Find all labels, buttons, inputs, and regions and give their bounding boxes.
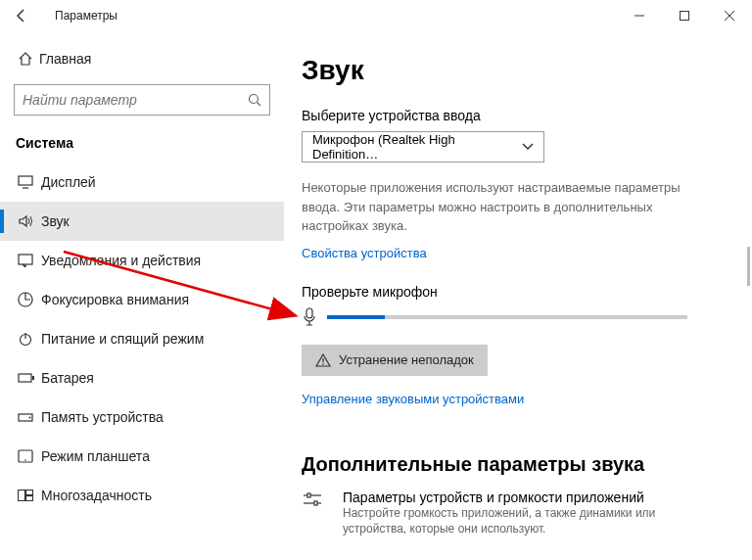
svg-rect-18 bbox=[306, 308, 312, 318]
multitasking-icon bbox=[18, 486, 41, 505]
input-description: Некоторые приложения используют настраив… bbox=[302, 178, 703, 236]
input-device-select[interactable]: Микрофон (Realtek High Definition… bbox=[302, 131, 544, 163]
nav-label: Дисплей bbox=[41, 174, 96, 190]
power-icon bbox=[18, 329, 41, 349]
search-icon bbox=[248, 93, 261, 107]
svg-rect-24 bbox=[314, 501, 317, 505]
nav-label: Фокусировка внимания bbox=[41, 292, 189, 307]
close-button[interactable] bbox=[707, 0, 752, 31]
microphone-icon bbox=[302, 307, 327, 327]
home-button[interactable]: Главная bbox=[0, 41, 284, 76]
nav-notifications[interactable]: Уведомления и действия bbox=[0, 241, 284, 280]
mic-level-row bbox=[302, 307, 717, 327]
nav-label: Питание и спящий режим bbox=[41, 331, 204, 347]
display-icon bbox=[18, 172, 41, 192]
svg-rect-22 bbox=[307, 493, 310, 497]
svg-point-2 bbox=[250, 95, 258, 104]
storage-icon bbox=[18, 407, 41, 427]
app-volume-row[interactable]: Параметры устройств и громкости приложен… bbox=[302, 490, 717, 538]
tablet-icon bbox=[18, 446, 41, 466]
page-title: Звук bbox=[302, 55, 717, 86]
troubleshoot-label: Устранение неполадок bbox=[339, 352, 474, 367]
nav-label: Память устройства bbox=[41, 409, 164, 425]
nav-multitasking[interactable]: Многозадачность bbox=[0, 476, 284, 515]
nav-label: Многозадачность bbox=[41, 488, 152, 503]
nav-label: Режим планшета bbox=[41, 448, 150, 464]
svg-line-3 bbox=[258, 103, 261, 107]
notifications-icon bbox=[18, 251, 41, 270]
nav-display[interactable]: Дисплей bbox=[0, 163, 284, 202]
troubleshoot-button[interactable]: Устранение неполадок bbox=[302, 345, 488, 376]
nav-sound[interactable]: Звук bbox=[0, 202, 284, 241]
svg-rect-16 bbox=[26, 490, 33, 495]
battery-icon bbox=[18, 368, 41, 388]
nav-label: Батарея bbox=[41, 370, 94, 386]
focus-icon bbox=[18, 290, 41, 309]
svg-point-20 bbox=[322, 363, 324, 365]
titlebar: Параметры bbox=[0, 0, 752, 31]
svg-rect-1 bbox=[681, 12, 689, 21]
nav-label: Уведомления и действия bbox=[41, 253, 201, 268]
svg-point-12 bbox=[29, 417, 31, 419]
search-box[interactable] bbox=[14, 84, 270, 116]
nav: Дисплей Звук Уведомления и действия Фоку… bbox=[0, 163, 284, 515]
sidebar: Главная Система Дисплей Звук Уведомления… bbox=[0, 31, 284, 560]
nav-label: Звук bbox=[41, 213, 70, 229]
svg-point-14 bbox=[24, 459, 26, 461]
minimize-button[interactable] bbox=[617, 0, 662, 31]
svg-rect-6 bbox=[19, 255, 32, 264]
nav-battery[interactable]: Батарея bbox=[0, 358, 284, 397]
advanced-heading: Дополнительные параметры звука bbox=[302, 453, 717, 476]
svg-rect-4 bbox=[19, 176, 32, 185]
home-label: Главная bbox=[39, 51, 91, 67]
input-device-label: Выберите устройства ввода bbox=[302, 108, 717, 123]
svg-rect-9 bbox=[19, 374, 31, 382]
svg-rect-10 bbox=[32, 376, 34, 380]
main-content: Звук Выберите устройства ввода Микрофон … bbox=[284, 31, 752, 560]
nav-focus[interactable]: Фокусировка внимания bbox=[0, 280, 284, 319]
svg-rect-17 bbox=[26, 496, 33, 501]
svg-rect-15 bbox=[19, 490, 25, 501]
test-mic-label: Проверьте микрофон bbox=[302, 284, 717, 300]
select-value: Микрофон (Realtek High Definition… bbox=[312, 132, 522, 162]
category-heading: Система bbox=[0, 127, 284, 163]
warning-icon bbox=[315, 353, 331, 367]
window-title: Параметры bbox=[55, 9, 118, 23]
back-button[interactable] bbox=[8, 8, 35, 23]
nav-tablet[interactable]: Режим планшета bbox=[0, 437, 284, 476]
app-volume-title: Параметры устройств и громкости приложен… bbox=[343, 490, 695, 505]
nav-power[interactable]: Питание и спящий режим bbox=[0, 319, 284, 358]
chevron-down-icon bbox=[522, 143, 534, 151]
home-icon bbox=[18, 51, 39, 67]
device-properties-link[interactable]: Свойства устройства bbox=[302, 246, 427, 260]
sound-icon bbox=[18, 211, 41, 231]
app-volume-desc: Настройте громкость приложений, а также … bbox=[343, 505, 695, 538]
manage-devices-link[interactable]: Управление звуковыми устройствами bbox=[302, 392, 524, 406]
scrollbar[interactable] bbox=[747, 247, 750, 286]
sliders-icon bbox=[302, 490, 331, 538]
search-input[interactable] bbox=[23, 92, 248, 108]
maximize-button[interactable] bbox=[662, 0, 707, 31]
nav-storage[interactable]: Память устройства bbox=[0, 397, 284, 437]
mic-level-bar bbox=[327, 315, 687, 319]
